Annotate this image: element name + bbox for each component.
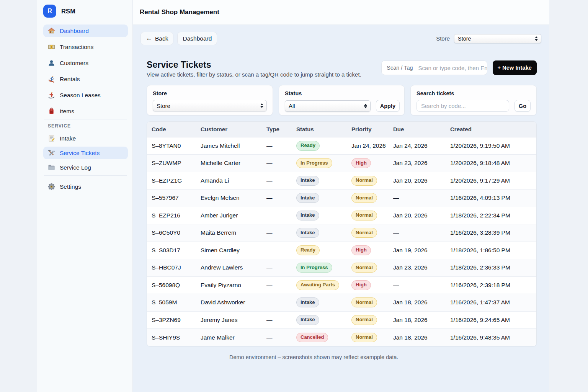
sidebar-item-season-leases[interactable]: Season Leases [43, 89, 128, 101]
status-filter-select[interactable]: All [285, 100, 371, 112]
tickets-table-card: CodeCustomerTypeStatusPriorityDueCreated… [147, 121, 537, 346]
code-cell: S–6C50Y0 [147, 224, 196, 242]
sidebar-item-dashboard[interactable]: Dashboard [43, 24, 128, 37]
status-badge: In Progress [296, 263, 332, 273]
sidebar-item-customers[interactable]: Customers [43, 57, 128, 69]
created-cell: 1/20/2026, 9:19:50 AM [446, 137, 536, 155]
section-header-actions: Scan / Tag + New Intake [381, 60, 537, 75]
ticket-row[interactable]: S–6C50Y0Maita Berrem—IntakeNormal—1/16/2… [147, 224, 536, 242]
priority-cell: Normal [347, 172, 389, 189]
status-cell: Intake [292, 189, 347, 207]
ticket-row[interactable]: S–EZP216Amber Juriger—IntakeNormalJan 20… [147, 207, 536, 224]
sidebar-item-service-log[interactable]: Service Log [43, 161, 128, 174]
app-title: Rental Shop Management [140, 8, 219, 16]
type-cell: — [262, 294, 292, 312]
due-cell: Jan 20, 2026 [389, 172, 446, 189]
search-input[interactable] [416, 100, 509, 112]
sidebar-divider [44, 175, 127, 176]
ticket-row[interactable]: S–S03D17Simen Cardley—ReadyHighJan 19, 2… [147, 242, 536, 259]
created-cell: 1/16/2026, 4:09:13 PM [446, 189, 536, 207]
sidebar-item-items[interactable]: Items [43, 105, 128, 118]
ticket-row[interactable]: S–3PZN69Jeremy Janes—IntakeNormalJan 18,… [147, 311, 536, 329]
priority-badge: High [351, 158, 371, 168]
due-cell: Jan 18, 2026 [389, 329, 446, 346]
ticket-row[interactable]: S–SHIY9SJame Malker—CancelledNormalJan 1… [147, 329, 536, 346]
store-select[interactable]: Store [454, 34, 541, 43]
sidebar: R RSM Dashboard9TransactionsCustomersRen… [37, 0, 133, 392]
store-filter-card: Store Store [147, 85, 273, 116]
customer-cell: Evaily Piyzarno [196, 276, 262, 294]
gear-icon [47, 183, 55, 191]
status-cell: Ready [292, 137, 347, 155]
toolbar-store: Store Store [436, 34, 541, 43]
type-cell: — [262, 259, 292, 277]
priority-cell: Normal [347, 294, 389, 312]
created-cell: 1/18/2026, 1:86:50 PM [446, 242, 536, 259]
ticket-row[interactable]: S–5059MDavid Ashworker—IntakeNormalJan 1… [147, 294, 536, 312]
priority-badge: Normal [351, 228, 377, 238]
type-cell: — [262, 329, 292, 346]
column-header-due: Due [389, 122, 446, 137]
customer-cell: Evelgn Melsen [196, 189, 262, 207]
type-cell: — [262, 276, 292, 294]
ticket-row[interactable]: S–8YTAN0James Mitchell—ReadyJan 24, 2026… [147, 137, 536, 155]
sidebar-item-transactions[interactable]: 9Transactions [43, 41, 128, 53]
sidebar-item-service-tickets[interactable]: Service Tickets [43, 147, 128, 159]
topbar: Rental Shop Management [133, 0, 549, 25]
back-button[interactable]: ←Back [140, 32, 173, 45]
new-intake-button[interactable]: + New Intake [493, 60, 537, 75]
status-cell: Intake [292, 311, 347, 329]
apply-button[interactable]: Apply [376, 100, 400, 112]
brand: R RSM [43, 5, 128, 24]
priority-badge: High [351, 280, 371, 290]
code-cell: S–3PZN69 [147, 311, 196, 329]
priority-cell: Jan 24, 2026 [347, 137, 389, 155]
ticket-row[interactable]: S–HBC07JAndrew Lawlers—In ProgressNormal… [147, 259, 536, 277]
sidebar-item-label: Service Log [60, 164, 91, 171]
ticket-row[interactable]: S–EZPZ1GAmanda Li—IntakeNormalJan 20, 20… [147, 172, 536, 189]
sidebar-item-settings[interactable]: Settings [43, 180, 128, 193]
ticket-row[interactable]: S–557967Evelgn Melsen—IntakeNormal—1/16/… [147, 189, 536, 207]
banknote-icon: 9 [47, 43, 55, 51]
search-label: Search tickets [416, 90, 531, 96]
code-cell: S–EZPZ1G [147, 172, 196, 189]
tools-icon [47, 149, 55, 157]
go-button[interactable]: Go [514, 100, 531, 112]
brand-name: RSM [61, 8, 75, 15]
priority-cell: Normal [347, 329, 389, 346]
column-header-priority: Priority [347, 122, 389, 137]
status-badge: Cancelled [296, 333, 328, 343]
status-cell: Ready [292, 242, 347, 259]
sidebar-item-intake[interactable]: Intake [43, 132, 128, 145]
store-filter-select[interactable]: Store [153, 100, 267, 111]
priority-cell: Normal [347, 311, 389, 329]
due-cell: Jan 24, 2026 [389, 137, 446, 155]
type-cell: — [262, 311, 292, 329]
type-cell: — [262, 242, 292, 259]
status-badge: In Progress [296, 158, 332, 168]
scan-tag-input[interactable] [413, 61, 487, 75]
customer-cell: Jame Malker [196, 329, 262, 346]
sidebar-nav-footer: Settings [43, 180, 128, 193]
created-cell: 1/18/2026, 2:22:34 PM [446, 207, 536, 224]
column-header-type: Type [262, 122, 292, 137]
due-cell: Jan 18, 2026 [389, 311, 446, 329]
priority-cell: Normal [347, 259, 389, 277]
priority-badge: Normal [351, 176, 377, 186]
ticket-row[interactable]: S–56098QEvaily Piyzarno—Awaiting PartsHi… [147, 276, 536, 294]
status-filter-select-wrap: All [285, 100, 371, 112]
priority-cell: Normal [347, 224, 389, 242]
status-badge: Ready [296, 245, 320, 255]
dashboard-button[interactable]: Dashboard [177, 32, 217, 45]
code-cell: S–557967 [147, 189, 196, 207]
status-cell: Intake [292, 224, 347, 242]
table-header-row: CodeCustomerTypeStatusPriorityDueCreated [147, 122, 536, 137]
customer-cell: Andrew Lawlers [196, 259, 262, 277]
created-cell: 1/16/2026, 9:24:65 AM [446, 311, 536, 329]
type-cell: — [262, 224, 292, 242]
column-header-code: Code [147, 122, 196, 137]
store-label: Store [436, 35, 450, 42]
sidebar-item-rentals[interactable]: Rentals [43, 73, 128, 85]
ticket-row[interactable]: S–ZUWMPMichelle Carter—In ProgressHighJa… [147, 155, 536, 172]
priority-badge: Normal [351, 193, 377, 203]
